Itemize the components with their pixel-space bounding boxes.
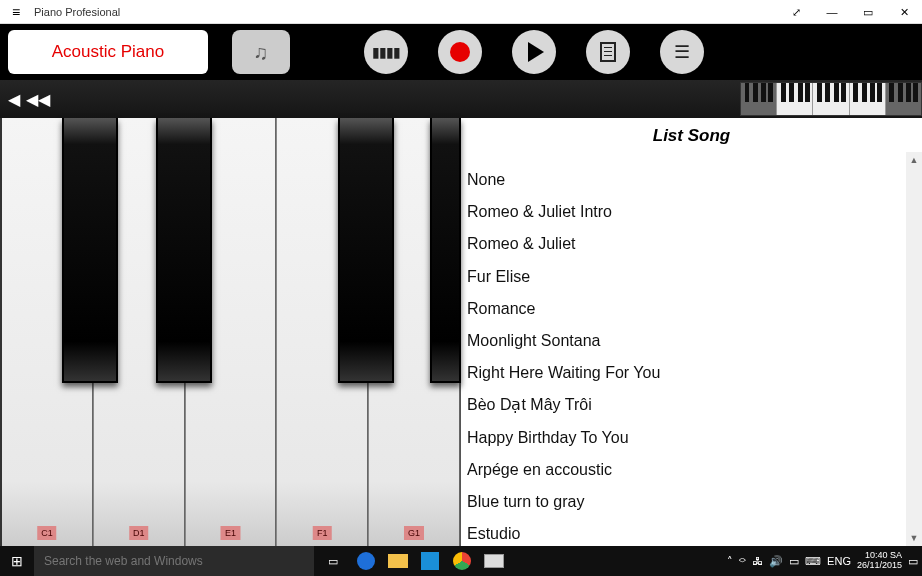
hamburger-icon[interactable]: ≡	[4, 4, 28, 20]
main-area: C1 D1 E1 F1 G1 List Song None Romeo & Ju…	[0, 118, 922, 546]
store-icon	[421, 552, 439, 570]
song-item[interactable]: Bèo Dạt Mây Trôi	[467, 389, 922, 421]
song-item[interactable]: Right Here Waiting For You	[467, 357, 922, 389]
app-edge[interactable]	[350, 546, 382, 576]
minimize-button[interactable]: —	[814, 0, 850, 24]
piano-icon	[484, 554, 504, 568]
play-button[interactable]	[512, 30, 556, 74]
window-controls: ⤢ — ▭ ✕	[778, 0, 922, 24]
song-item[interactable]: Blue turn to gray	[467, 486, 922, 518]
tray-chevron-icon[interactable]: ˄	[727, 555, 733, 568]
scroll-down-icon[interactable]: ▼	[906, 530, 922, 546]
language-indicator[interactable]: ENG	[827, 555, 851, 567]
taskbar: ⊞ ▭ ˄ ⌔ 🖧 🔊 ▭ ⌨ ENG 10:40 SA 26/11/2015 …	[0, 546, 922, 576]
volume-icon[interactable]: 🔊	[769, 555, 783, 568]
scale-button[interactable]: ▮▮▮▮	[364, 30, 408, 74]
list-icon: ☰	[674, 43, 690, 61]
song-item[interactable]: Arpége en accoustic	[467, 454, 922, 486]
jump-left-button[interactable]: ◀◀	[26, 90, 50, 109]
chrome-icon	[453, 552, 471, 570]
octave-nav: ◀ ◀◀	[8, 90, 50, 109]
network-icon[interactable]: 🖧	[752, 555, 763, 567]
document-icon	[600, 42, 616, 62]
instrument-button[interactable]: Acoustic Piano	[8, 30, 208, 74]
expand-button[interactable]: ⤢	[778, 0, 814, 24]
task-view-button[interactable]: ▭	[316, 555, 350, 568]
scroll-up-icon[interactable]: ▲	[906, 152, 922, 168]
app-store[interactable]	[414, 546, 446, 576]
scrollbar[interactable]: ▲ ▼	[906, 152, 922, 546]
black-key-ds1[interactable]	[156, 118, 212, 383]
piano-keyboard: C1 D1 E1 F1 G1	[0, 118, 461, 546]
song-item[interactable]: Romeo & Juliet	[467, 228, 922, 260]
edge-icon	[357, 552, 375, 570]
app-explorer[interactable]	[382, 546, 414, 576]
music-note-button[interactable]: ♫	[232, 30, 290, 74]
close-button[interactable]: ✕	[886, 0, 922, 24]
system-tray: ˄ ⌔ 🖧 🔊 ▭ ⌨ ENG 10:40 SA 26/11/2015 ▭	[727, 546, 922, 576]
battery-icon[interactable]: ▭	[789, 555, 799, 568]
music-note-icon: ♫	[254, 41, 269, 64]
app-toolbar: Acoustic Piano ♫ ▮▮▮▮ ☰	[0, 24, 922, 80]
list-button[interactable]: ☰	[660, 30, 704, 74]
black-key-cs1[interactable]	[62, 118, 118, 383]
song-item[interactable]: Estudio	[467, 518, 922, 546]
keyboard-icon[interactable]: ⌨	[805, 555, 821, 568]
record-button[interactable]	[438, 30, 482, 74]
play-icon	[528, 42, 544, 62]
taskbar-search-input[interactable]	[34, 546, 314, 576]
folder-icon	[388, 554, 408, 568]
song-list: None Romeo & Juliet Intro Romeo & Juliet…	[461, 164, 922, 546]
clock[interactable]: 10:40 SA 26/11/2015	[857, 551, 902, 571]
window-title: Piano Profesional	[34, 6, 120, 18]
song-item[interactable]: None	[467, 164, 922, 196]
wifi-icon[interactable]: ⌔	[739, 555, 746, 567]
notifications-icon[interactable]: ▭	[908, 555, 918, 568]
start-button[interactable]: ⊞	[0, 553, 34, 569]
app-piano[interactable]	[478, 546, 510, 576]
song-list-heading: List Song	[461, 118, 922, 164]
song-item[interactable]: Romance	[467, 293, 922, 325]
record-icon	[450, 42, 470, 62]
navigation-bar: ◀ ◀◀	[0, 80, 922, 118]
song-item[interactable]: Moonlight Sontana	[467, 325, 922, 357]
song-item[interactable]: Fur Elise	[467, 261, 922, 293]
mini-keyboard[interactable]	[740, 82, 922, 116]
bars-icon: ▮▮▮▮	[372, 44, 400, 60]
step-left-button[interactable]: ◀	[8, 90, 20, 109]
titlebar: ≡ Piano Profesional ⤢ — ▭ ✕	[0, 0, 922, 24]
black-key-fs1[interactable]	[338, 118, 394, 383]
song-item[interactable]: Happy Birthday To You	[467, 422, 922, 454]
maximize-button[interactable]: ▭	[850, 0, 886, 24]
document-button[interactable]	[586, 30, 630, 74]
black-key-gs1[interactable]	[430, 118, 461, 383]
app-chrome[interactable]	[446, 546, 478, 576]
song-item[interactable]: Romeo & Juliet Intro	[467, 196, 922, 228]
song-list-panel: List Song None Romeo & Juliet Intro Rome…	[461, 118, 922, 546]
